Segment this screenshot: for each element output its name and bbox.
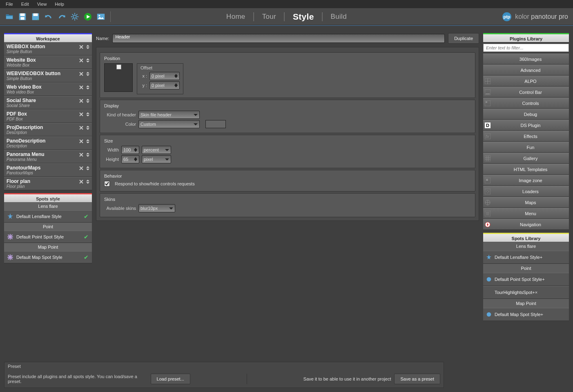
nav-build[interactable]: Build: [328, 12, 350, 22]
lib-lensflare[interactable]: Lens flare: [483, 242, 569, 251]
anchor-top-center[interactable]: [116, 65, 121, 69]
lib-mappoint[interactable]: Map Point: [483, 299, 569, 308]
close-icon[interactable]: [79, 98, 84, 103]
plugin-category[interactable]: Advanced: [483, 65, 569, 76]
add-icon[interactable]: +: [542, 277, 544, 282]
menu-help[interactable]: Help: [51, 0, 68, 8]
respond-checkbox[interactable]: [104, 181, 110, 187]
svg-rect-1: [20, 13, 25, 16]
workspace-item[interactable]: Social ShareSocial Share: [4, 96, 92, 109]
plugin-category[interactable]: Navigation: [483, 219, 569, 230]
lib-default-mappoint[interactable]: Default Map Spot Style +: [483, 308, 569, 321]
image-icon[interactable]: [96, 11, 106, 22]
menu-view[interactable]: View: [33, 0, 51, 8]
workspace-item[interactable]: PanoDescriptionDescription: [4, 136, 92, 150]
close-icon[interactable]: [79, 125, 84, 130]
nav-style[interactable]: Style: [290, 11, 317, 22]
close-icon[interactable]: [79, 166, 84, 171]
width-value[interactable]: 100: [121, 146, 139, 154]
plugin-category[interactable]: Fun: [483, 142, 569, 153]
color-select[interactable]: Custom: [138, 120, 200, 128]
lib-point[interactable]: Point: [483, 264, 569, 273]
skins-select[interactable]: blur10px: [138, 204, 175, 212]
close-icon[interactable]: [79, 179, 84, 184]
nav-home[interactable]: Home: [223, 12, 249, 22]
sort-icon[interactable]: [85, 152, 90, 157]
plugin-category[interactable]: HTML Templates: [483, 164, 569, 175]
plugin-category[interactable]: Loaders: [483, 186, 569, 197]
plugin-category[interactable]: fxEffects: [483, 131, 569, 142]
open-icon[interactable]: [4, 11, 15, 22]
close-icon[interactable]: [79, 139, 84, 144]
offset-x[interactable]: 0 pixel: [149, 72, 180, 80]
height-unit[interactable]: pixel: [142, 155, 171, 163]
play-icon[interactable]: [82, 11, 93, 22]
plugin-category[interactable]: Menu: [483, 208, 569, 219]
plugin-category[interactable]: ALPO: [483, 76, 569, 87]
name-input[interactable]: Header: [112, 34, 445, 43]
load-preset-button[interactable]: Load preset...: [151, 374, 190, 384]
sort-icon[interactable]: [85, 71, 90, 76]
add-icon[interactable]: +: [541, 312, 543, 317]
nav-tour[interactable]: Tour: [259, 12, 279, 22]
mappoint-sub[interactable]: Map Point: [4, 243, 92, 251]
lensflare-sub[interactable]: Lens flare: [4, 202, 92, 210]
sort-icon[interactable]: [85, 166, 90, 171]
workspace-item[interactable]: Web video BoxWeb video Box: [4, 82, 92, 96]
plugin-category[interactable]: Controls: [483, 98, 569, 109]
workspace-item[interactable]: WEBVIDEOBOX buttonSimple Button: [4, 69, 92, 82]
redo-icon[interactable]: [56, 11, 67, 22]
plugin-category[interactable]: Image zone: [483, 175, 569, 186]
sort-icon[interactable]: [85, 45, 90, 49]
close-icon[interactable]: [79, 85, 84, 90]
offset-y[interactable]: 0 pixel: [149, 81, 180, 89]
menu-edit[interactable]: Edit: [17, 0, 33, 8]
workspace-item[interactable]: ProjDescriptionDescription: [4, 123, 92, 136]
anchor-grid[interactable]: [104, 63, 133, 92]
menu-file[interactable]: File: [2, 0, 17, 8]
plugin-category[interactable]: Gallery: [483, 153, 569, 164]
sort-icon[interactable]: [85, 112, 90, 117]
plugin-category[interactable]: Control Bar: [483, 87, 569, 98]
close-icon[interactable]: [79, 45, 84, 49]
color-swatch[interactable]: [205, 120, 226, 128]
sort-icon[interactable]: [85, 179, 90, 184]
default-mappoint[interactable]: Default Map Spot Style ✔: [4, 251, 92, 263]
settings-icon[interactable]: [69, 11, 80, 22]
workspace-item[interactable]: PanotourMapsPanotourMaps: [4, 163, 92, 177]
plugin-category[interactable]: Maps: [483, 197, 569, 208]
kind-select[interactable]: Skin file header: [138, 111, 200, 119]
save-preset-button[interactable]: Save as a preset: [394, 374, 440, 384]
save-icon[interactable]: [17, 11, 28, 22]
plugin-category[interactable]: DDS Plugin: [483, 120, 569, 131]
height-value[interactable]: 65: [121, 155, 139, 163]
sort-icon[interactable]: [85, 58, 90, 63]
width-unit[interactable]: percent: [142, 146, 171, 154]
lib-default-point[interactable]: Default Point Spot Style +: [483, 273, 569, 286]
close-icon[interactable]: [79, 58, 84, 63]
sort-icon[interactable]: [85, 85, 90, 90]
default-lensflare[interactable]: Default Lensflare Style ✔: [4, 210, 92, 223]
close-icon[interactable]: [79, 152, 84, 157]
plugin-category[interactable]: Debug: [483, 109, 569, 120]
workspace-item[interactable]: PDF BoxPDF Box: [4, 109, 92, 123]
sort-icon[interactable]: [85, 139, 90, 144]
workspace-item[interactable]: WEBBOX buttonSimple Button: [4, 42, 92, 56]
plugin-category[interactable]: 360Images: [483, 53, 569, 65]
sort-icon[interactable]: [85, 98, 90, 103]
point-sub[interactable]: Point: [4, 223, 92, 231]
lib-default-lensflare[interactable]: Default Lensflare Style +: [483, 251, 569, 264]
duplicate-button[interactable]: Duplicate: [448, 33, 479, 44]
undo-icon[interactable]: [43, 11, 54, 22]
lib-tour-highlights[interactable]: TourHighlightsSpot +×: [483, 286, 569, 299]
workspace-item[interactable]: Website BoxWebsite Box: [4, 56, 92, 69]
sort-icon[interactable]: [85, 125, 90, 130]
save-as-icon[interactable]: [30, 11, 41, 22]
workspace-item[interactable]: Panorama MenuPanorama Menu: [4, 150, 92, 163]
default-point[interactable]: Default Point Spot Style ✔: [4, 231, 92, 243]
close-icon[interactable]: [79, 112, 84, 117]
workspace-item[interactable]: Floor planFloor plan: [4, 177, 92, 190]
filter-input[interactable]: [483, 44, 569, 52]
add-icon[interactable]: +: [540, 255, 542, 260]
close-icon[interactable]: [79, 71, 84, 76]
